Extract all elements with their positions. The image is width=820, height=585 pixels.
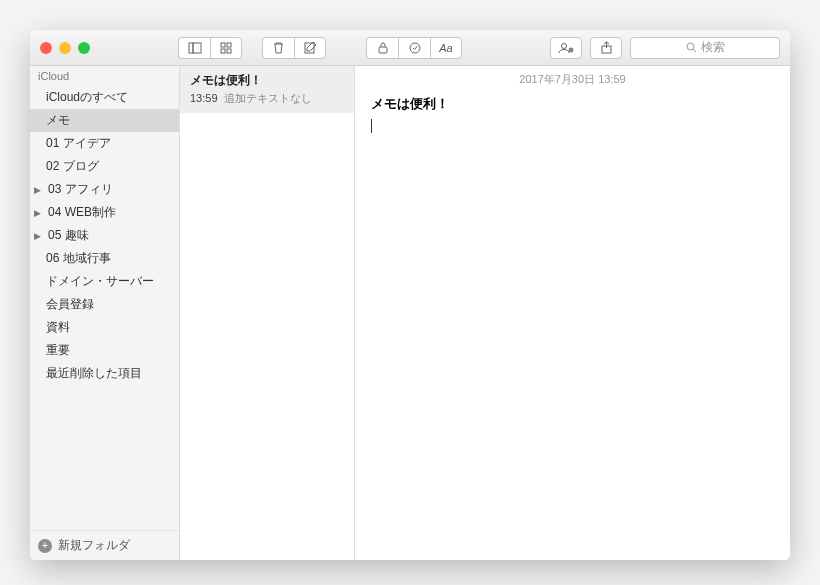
minimize-icon[interactable] <box>59 42 71 54</box>
folder-label: 05 趣味 <box>48 227 89 244</box>
sidebar: iCloud iCloudのすべてメモ01 アイデア02 ブログ▶03 アフィリ… <box>30 66 180 560</box>
folder-label: 04 WEB制作 <box>48 204 116 221</box>
titlebar: Aa 検索 <box>30 30 790 66</box>
folder-list: iCloudのすべてメモ01 アイデア02 ブログ▶03 アフィリ▶04 WEB… <box>30 86 179 530</box>
folder-label: 重要 <box>46 342 70 359</box>
note-subtitle: 13:59追加テキストなし <box>190 91 344 106</box>
sidebar-folder[interactable]: iCloudのすべて <box>30 86 179 109</box>
new-note-button[interactable] <box>294 37 326 59</box>
grid-view-button[interactable] <box>210 37 242 59</box>
sidebar-folder[interactable]: 最近削除した項目 <box>30 362 179 385</box>
text-cursor <box>371 119 372 133</box>
disclosure-arrow-icon[interactable]: ▶ <box>34 185 44 195</box>
folder-label: 01 アイデア <box>46 135 111 152</box>
note-list: メモは便利！13:59追加テキストなし <box>180 66 355 560</box>
editor-date: 2017年7月30日 13:59 <box>355 66 790 89</box>
sidebar-section-header: iCloud <box>30 66 179 86</box>
checklist-button[interactable] <box>398 37 430 59</box>
svg-rect-4 <box>221 49 225 53</box>
share-button[interactable] <box>590 37 622 59</box>
plus-icon: + <box>38 539 52 553</box>
search-input[interactable]: 検索 <box>630 37 780 59</box>
sidebar-folder[interactable]: メモ <box>30 109 179 132</box>
search-placeholder: 検索 <box>701 39 725 56</box>
svg-rect-3 <box>227 43 231 47</box>
sidebar-folder[interactable]: 01 アイデア <box>30 132 179 155</box>
lock-button[interactable] <box>366 37 398 59</box>
note-time: 13:59 <box>190 92 218 104</box>
svg-rect-5 <box>227 49 231 53</box>
collaborate-button[interactable] <box>550 37 582 59</box>
svg-point-9 <box>562 43 567 48</box>
disclosure-arrow-icon[interactable]: ▶ <box>34 208 44 218</box>
traffic-lights <box>40 42 90 54</box>
sidebar-folder[interactable]: ▶04 WEB制作 <box>30 201 179 224</box>
sidebar-folder[interactable]: 06 地域行事 <box>30 247 179 270</box>
delete-button[interactable] <box>262 37 294 59</box>
app-window: Aa 検索 iCloud iCloudのすべてメモ01 アイデア02 ブログ▶0… <box>30 30 790 560</box>
sidebar-folder[interactable]: 重要 <box>30 339 179 362</box>
note-list-item[interactable]: メモは便利！13:59追加テキストなし <box>180 66 354 113</box>
editor-content[interactable]: メモは便利！ <box>355 89 790 139</box>
view-mode-group <box>178 37 242 59</box>
folder-label: 03 アフィリ <box>48 181 113 198</box>
folder-label: 06 地域行事 <box>46 250 111 267</box>
disclosure-arrow-icon[interactable]: ▶ <box>34 231 44 241</box>
svg-rect-1 <box>193 43 201 53</box>
svg-point-12 <box>687 43 694 50</box>
svg-rect-7 <box>379 47 387 53</box>
folder-label: メモ <box>46 112 70 129</box>
close-icon[interactable] <box>40 42 52 54</box>
format-button[interactable]: Aa <box>430 37 462 59</box>
fullscreen-icon[interactable] <box>78 42 90 54</box>
new-folder-label: 新規フォルダ <box>58 537 130 554</box>
new-folder-button[interactable]: + 新規フォルダ <box>30 530 179 560</box>
sidebar-folder[interactable]: ドメイン・サーバー <box>30 270 179 293</box>
note-snippet: 追加テキストなし <box>224 92 312 104</box>
folder-label: 会員登録 <box>46 296 94 313</box>
editor-title: メモは便利！ <box>371 95 774 113</box>
folder-label: 資料 <box>46 319 70 336</box>
editor: 2017年7月30日 13:59 メモは便利！ <box>355 66 790 560</box>
folder-label: iCloudのすべて <box>46 89 128 106</box>
folder-label: ドメイン・サーバー <box>46 273 154 290</box>
svg-rect-0 <box>189 43 193 53</box>
folder-label: 02 ブログ <box>46 158 99 175</box>
svg-rect-2 <box>221 43 225 47</box>
folder-label: 最近削除した項目 <box>46 365 142 382</box>
sidebar-folder[interactable]: 02 ブログ <box>30 155 179 178</box>
sidebar-folder[interactable]: ▶05 趣味 <box>30 224 179 247</box>
note-title: メモは便利！ <box>190 72 344 89</box>
sidebar-folder[interactable]: 資料 <box>30 316 179 339</box>
search-icon <box>686 42 697 53</box>
list-view-button[interactable] <box>178 37 210 59</box>
sidebar-folder[interactable]: 会員登録 <box>30 293 179 316</box>
sidebar-folder[interactable]: ▶03 アフィリ <box>30 178 179 201</box>
svg-point-8 <box>410 43 420 53</box>
